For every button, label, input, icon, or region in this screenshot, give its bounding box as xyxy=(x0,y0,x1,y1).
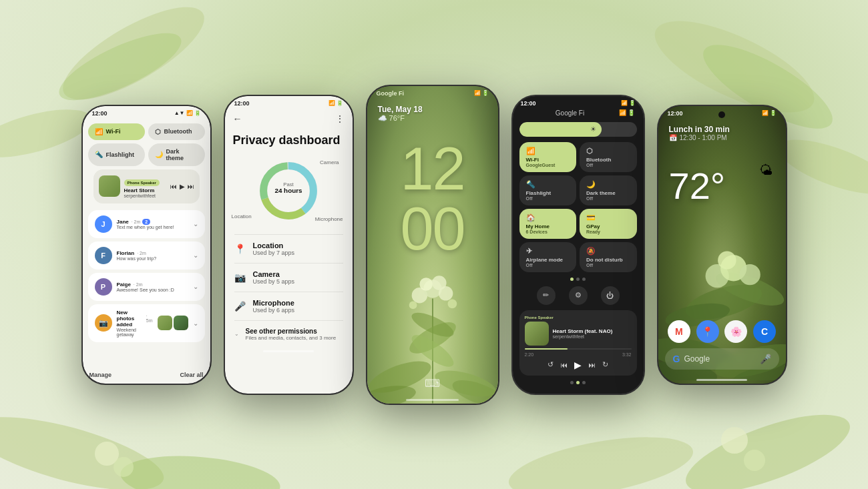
chrome-icon[interactable]: C xyxy=(753,320,776,343)
perm-camera[interactable]: 📷 Camera Used by 5 apps xyxy=(225,265,353,290)
p1-footer: Manage Clear all xyxy=(83,368,210,384)
p4-phone-speaker-badge: Phone Speaker xyxy=(525,316,632,320)
p4-dot-2 xyxy=(576,381,580,384)
more-icon[interactable]: ⋮ xyxy=(335,113,345,124)
notif-florian-avatar: F xyxy=(95,247,112,264)
phone-3-screen: Google Fi 📶 🔋 Tue, May 18 ☁️ 76°F 12 00 xyxy=(367,86,498,404)
p5-mic-icon[interactable]: 🎤 xyxy=(760,354,771,364)
p5-search-bar[interactable]: G Google 🎤 xyxy=(665,348,779,370)
p1-status-icons: ▲▼ 📶 🔋 xyxy=(174,110,201,116)
p4-forward-icon[interactable]: ↻ xyxy=(602,360,608,369)
p3-keyboard-icon-area: ⌨ xyxy=(367,372,498,395)
p4-gpay-name: GPay xyxy=(586,223,630,229)
p4-play-icon[interactable]: ▶ xyxy=(574,360,582,370)
prev-icon[interactable]: ⏮ xyxy=(170,183,177,190)
perm-location-usage: Used by 7 apps xyxy=(253,250,295,256)
notif-florian[interactable]: F Florian · 2m How was your trip? ⌄ xyxy=(88,241,205,270)
p1-phone-speaker-badge: Phone Speaker xyxy=(124,179,160,186)
qs-tile-darkmode[interactable]: 🌙 Dark theme xyxy=(148,143,205,166)
p2-divider-3 xyxy=(234,292,343,292)
edit-button[interactable]: ✏ xyxy=(537,286,556,305)
p4-gpay-sub: Ready xyxy=(586,229,630,234)
p1-status-bar: 12:00 ▲▼ 📶 🔋 xyxy=(83,106,210,118)
p4-bluetooth-sub: Off xyxy=(586,163,630,167)
p5-date-widget[interactable]: Lunch in 30 min 📅 12:30 - 1:00 PM xyxy=(658,118,786,144)
p5-event-label: Lunch in 30 min xyxy=(669,125,775,134)
notif-photos-content: New photos added · 5m Weekend getaway xyxy=(117,310,153,337)
manage-button[interactable]: Manage xyxy=(89,372,112,378)
clear-all-button[interactable]: Clear all xyxy=(180,372,203,378)
p4-qs-dnd[interactable]: 🔕 Do not disturb Off xyxy=(580,242,637,272)
p4-nav-dots xyxy=(513,381,644,384)
notif-jane[interactable]: J Jane · 2m 2 Text me when you get here!… xyxy=(88,210,205,238)
p4-replay-icon[interactable]: ↺ xyxy=(548,360,554,369)
p4-time-current: 2:20 xyxy=(525,352,534,357)
p4-qs-bluetooth[interactable]: ⬡ Bluetooth Off xyxy=(580,142,637,172)
keyboard-icon[interactable]: ⌨ xyxy=(425,377,440,390)
settings-button[interactable]: ⚙ xyxy=(569,286,588,305)
notif-paige-avatar: P xyxy=(95,278,112,296)
p5-event-time: 📅 12:30 - 1:00 PM xyxy=(669,134,775,141)
p4-qs-flashlight[interactable]: 🔦 Flashlight Off xyxy=(519,175,577,205)
qs-darkmode-label: Dark theme xyxy=(166,148,198,161)
p2-title: Privacy dashboard xyxy=(225,129,353,154)
p4-brightness-slider[interactable]: ☀ xyxy=(519,122,637,137)
p4-prev-icon[interactable]: ⏮ xyxy=(560,361,568,369)
p4-media-art xyxy=(525,322,549,346)
p4-media-controls: ↺ ⏮ ▶ ⏭ ↻ xyxy=(525,360,632,370)
see-other-info: See other permissions Files and media, c… xyxy=(246,328,337,341)
perm-location[interactable]: 📍 Location Used by 7 apps xyxy=(225,236,353,262)
p5-time: 12:00 xyxy=(668,110,683,117)
perm-microphone-name: Microphone xyxy=(253,299,295,307)
notif-photos[interactable]: 📷 New photos added · 5m Weekend getaway … xyxy=(88,304,205,342)
darkmode-icon: 🌙 xyxy=(155,151,163,158)
perm-location-name: Location xyxy=(253,241,295,250)
p4-qs-gpay[interactable]: 💳 GPay Ready xyxy=(580,209,637,239)
power-button[interactable]: ⏻ xyxy=(601,286,620,305)
qs-flashlight-label: Flashlight xyxy=(106,151,135,158)
back-icon[interactable]: ← xyxy=(233,113,242,124)
p4-status-icons: 📶 🔋 xyxy=(621,100,636,106)
p4-qs-myhome[interactable]: 🏠 My Home 6 Devices xyxy=(519,209,577,239)
p4-dnd-name: Do not disturb xyxy=(586,257,630,263)
gmail-icon[interactable]: M xyxy=(668,320,690,343)
see-other-permissions[interactable]: ⌄ See other permissions Files and media,… xyxy=(225,322,353,346)
p4-dnd-icon: 🔕 xyxy=(586,247,630,256)
notif-florian-msg: How was your trip? xyxy=(117,256,188,261)
microphone-label: Microphone xyxy=(315,216,343,222)
bluetooth-icon: ⬡ xyxy=(155,128,161,135)
photos-icon[interactable]: 🌸 xyxy=(724,320,747,343)
qs-tile-flashlight[interactable]: 🔦 Flashlight xyxy=(88,143,145,166)
notif-photos-expand[interactable]: ⌄ xyxy=(193,320,198,327)
p3-temp: 76°F xyxy=(389,114,405,122)
p5-nav-indicator xyxy=(696,379,747,381)
notif-jane-expand[interactable]: ⌄ xyxy=(193,220,198,227)
notif-paige-expand[interactable]: ⌄ xyxy=(193,283,198,290)
play-icon[interactable]: ▶ xyxy=(180,183,185,190)
qs-tile-wifi[interactable]: 📶 Wi-Fi xyxy=(88,123,145,140)
notif-florian-expand[interactable]: ⌄ xyxy=(193,252,198,259)
notif-jane-msg: Text me when you get here! xyxy=(117,225,188,229)
p2-divider-4 xyxy=(234,320,343,321)
perm-camera-info: Camera Used by 5 apps xyxy=(253,270,295,285)
p4-myhome-name: My Home xyxy=(526,223,570,229)
svg-text:24 hours: 24 hours xyxy=(274,187,302,194)
phone-2: 12:00 📶 🔋 ← ⋮ Privacy dashboard xyxy=(224,95,354,395)
p4-next-icon[interactable]: ⏭ xyxy=(588,361,596,369)
notif-photos-thumbs xyxy=(158,316,188,330)
maps-icon[interactable]: 📍 xyxy=(696,320,719,343)
p4-qs-darkmode[interactable]: 🌙 Dark theme Off xyxy=(580,175,637,205)
notif-paige[interactable]: P Paige · 2m Awesome! See you soon :D ⌄ xyxy=(88,273,205,301)
p1-media-artist: serpentwithfeet xyxy=(124,193,166,198)
notif-paige-time: · 2m xyxy=(134,282,143,287)
next-icon[interactable]: ⏭ xyxy=(188,183,194,190)
phone-4: 12:00 📶 🔋 Google Fi 📶 🔋 ☀ xyxy=(511,95,645,395)
p4-qs-airplane[interactable]: ✈ Airplane mode Off xyxy=(519,242,577,272)
p5-temperature-widget: 72° 🌤 xyxy=(658,144,786,207)
qs-tile-bluetooth[interactable]: ⬡ Bluetooth xyxy=(148,123,205,140)
perm-microphone[interactable]: 🎤 Microphone Used by 6 apps xyxy=(225,294,353,319)
p4-qs-wifi[interactable]: 📶 Wi-Fi GoogleGuest xyxy=(519,142,577,172)
p2-divider-2 xyxy=(234,263,343,264)
p2-nav-indicator xyxy=(263,350,314,352)
p5-punch-hole xyxy=(718,111,725,118)
